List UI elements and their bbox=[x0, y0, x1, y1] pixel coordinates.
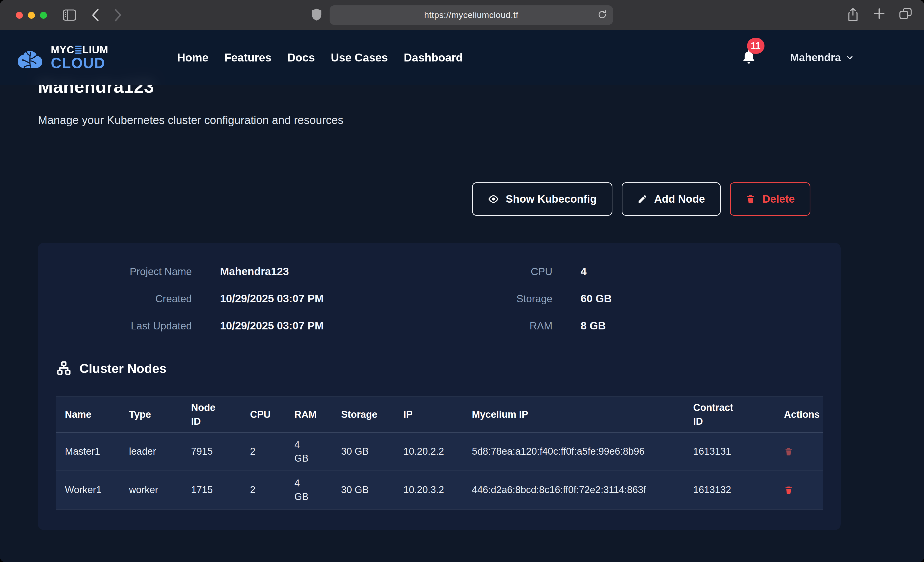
page-subtitle: Manage your Kubernetes cluster configura… bbox=[38, 114, 841, 127]
forward-button[interactable] bbox=[113, 9, 123, 22]
detail-project-name: Project Name Mahendra123 bbox=[56, 265, 324, 278]
nav-link-features[interactable]: Features bbox=[224, 51, 272, 64]
cluster-details-card: Project Name Mahendra123 Created 10/29/2… bbox=[38, 243, 841, 530]
address-bar[interactable]: https://myceliumcloud.tf bbox=[330, 5, 613, 25]
header-ram: RAM bbox=[294, 408, 341, 422]
detail-storage: Storage 60 GB bbox=[437, 293, 612, 305]
nav-link-home[interactable]: Home bbox=[177, 51, 208, 64]
cell-ip: 10.20.3.2 bbox=[404, 483, 472, 497]
browser-window: https://myceliumcloud.tf bbox=[0, 0, 924, 562]
brand-line1: MYCLIUM bbox=[51, 45, 108, 55]
cell-node-id: 1715 bbox=[191, 483, 250, 497]
close-button[interactable] bbox=[16, 12, 23, 19]
pencil-icon bbox=[637, 194, 648, 204]
sidebar-toggle-icon[interactable] bbox=[63, 9, 76, 21]
minimize-button[interactable] bbox=[28, 12, 35, 19]
cell-type: worker bbox=[129, 483, 191, 497]
back-button[interactable] bbox=[90, 9, 100, 22]
cell-contract-id: 1613132 bbox=[693, 483, 773, 497]
header-mycelium-ip: Mycelium IP bbox=[472, 408, 693, 422]
header-actions: Actions bbox=[773, 408, 822, 422]
header-ip: IP bbox=[404, 408, 472, 422]
header-node-id: Node ID bbox=[191, 401, 250, 428]
detail-last-updated: Last Updated 10/29/2025 03:07 PM bbox=[56, 320, 324, 332]
table-row: Worker1 worker 1715 2 4 GB 30 GB 10.20.3… bbox=[56, 471, 823, 509]
cell-cpu: 2 bbox=[250, 483, 294, 497]
chevron-down-icon bbox=[846, 53, 854, 62]
user-menu[interactable]: Mahendra bbox=[790, 51, 854, 64]
traffic-lights bbox=[16, 12, 47, 19]
delete-node-button[interactable] bbox=[784, 486, 793, 495]
top-navbar: MYCLIUM CLOUD Home Features Docs Use Cas… bbox=[0, 30, 924, 85]
cell-name: Master1 bbox=[65, 445, 129, 458]
cell-mycelium-ip: 5d8:78ea:a120:f40c:ff0f:a5fe:99e6:8b96 bbox=[472, 445, 693, 458]
share-icon[interactable] bbox=[847, 8, 859, 22]
nav-link-dashboard[interactable]: Dashboard bbox=[404, 51, 463, 64]
notification-badge: 11 bbox=[747, 38, 765, 54]
cell-ram: 4 GB bbox=[294, 438, 341, 465]
table-row: Master1 leader 7915 2 4 GB 30 GB 10.20.2… bbox=[56, 432, 823, 471]
brand-e-glyph bbox=[75, 46, 81, 54]
detail-created: Created 10/29/2025 03:07 PM bbox=[56, 293, 324, 305]
nav-links: Home Features Docs Use Cases Dashboard bbox=[177, 51, 463, 64]
delete-cluster-button[interactable]: Delete bbox=[730, 182, 810, 216]
privacy-shield-icon[interactable] bbox=[311, 8, 322, 22]
add-node-button[interactable]: Add Node bbox=[622, 182, 721, 216]
brand-logo[interactable]: MYCLIUM CLOUD bbox=[15, 45, 108, 70]
cell-cpu: 2 bbox=[250, 445, 294, 458]
url-text: https://myceliumcloud.tf bbox=[424, 10, 518, 20]
notifications-button[interactable]: 11 bbox=[741, 49, 756, 66]
show-kubeconfig-button[interactable]: Show Kubeconfig bbox=[472, 182, 612, 216]
header-name: Name bbox=[65, 408, 129, 422]
header-storage: Storage bbox=[341, 408, 404, 422]
cell-node-id: 7915 bbox=[191, 445, 250, 458]
trash-icon bbox=[746, 194, 756, 204]
cell-storage: 30 GB bbox=[341, 445, 404, 458]
cell-storage: 30 GB bbox=[341, 483, 404, 497]
brand-line2: CLOUD bbox=[51, 56, 108, 70]
eye-icon bbox=[488, 193, 499, 205]
header-cpu: CPU bbox=[250, 408, 294, 422]
header-contract-id: Contract ID bbox=[693, 401, 773, 428]
cell-actions bbox=[773, 486, 822, 495]
trash-icon bbox=[784, 447, 793, 456]
nav-link-docs[interactable]: Docs bbox=[287, 51, 315, 64]
cell-type: leader bbox=[129, 445, 191, 458]
cell-actions bbox=[773, 447, 822, 456]
nav-link-use-cases[interactable]: Use Cases bbox=[331, 51, 388, 64]
zoom-button[interactable] bbox=[40, 12, 47, 19]
table-header-row: Name Type Node ID CPU RAM Storage IP Myc… bbox=[56, 397, 823, 432]
browser-toolbar: https://myceliumcloud.tf bbox=[0, 0, 924, 30]
cell-ram: 4 GB bbox=[294, 477, 341, 504]
cluster-nodes-heading: Cluster Nodes bbox=[56, 361, 823, 377]
trash-icon bbox=[784, 486, 793, 495]
cell-contract-id: 1613131 bbox=[693, 445, 773, 458]
page-body: MYCLIUM CLOUD Home Features Docs Use Cas… bbox=[0, 30, 924, 562]
cell-ip: 10.20.2.2 bbox=[404, 445, 472, 458]
cell-mycelium-ip: 446:d2a6:8bcd:8c16:ff0f:72e2:3114:863f bbox=[472, 483, 693, 497]
tab-overview-icon[interactable] bbox=[899, 8, 912, 22]
mycelium-cloud-icon bbox=[15, 45, 45, 70]
detail-cpu: CPU 4 bbox=[437, 265, 612, 278]
new-tab-icon[interactable] bbox=[873, 8, 885, 22]
cluster-nodes-table: Name Type Node ID CPU RAM Storage IP Myc… bbox=[56, 396, 823, 510]
network-nodes-icon bbox=[56, 361, 72, 377]
cell-name: Worker1 bbox=[65, 483, 129, 497]
user-name: Mahendra bbox=[790, 51, 841, 64]
delete-node-button[interactable] bbox=[784, 447, 793, 456]
detail-ram: RAM 8 GB bbox=[437, 320, 612, 332]
reload-icon[interactable] bbox=[597, 9, 607, 21]
cluster-actions: Show Kubeconfig Add Node Delete bbox=[38, 182, 841, 216]
header-type: Type bbox=[129, 408, 191, 422]
